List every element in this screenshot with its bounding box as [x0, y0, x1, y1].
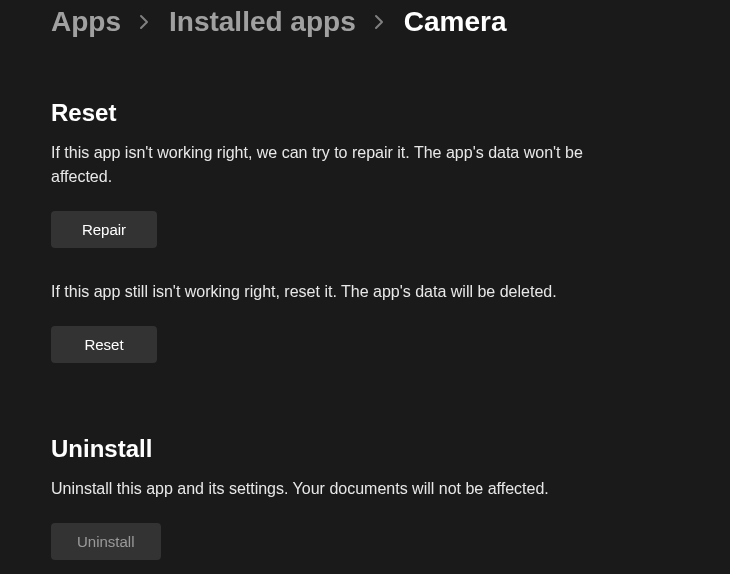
reset-description: If this app still isn't working right, r…: [51, 280, 611, 304]
breadcrumb-current: Camera: [404, 5, 507, 39]
chevron-right-icon: [374, 14, 386, 30]
uninstall-title: Uninstall: [51, 435, 730, 463]
chevron-right-icon: [139, 14, 151, 30]
breadcrumb-apps[interactable]: Apps: [51, 5, 121, 39]
uninstall-section: Uninstall Uninstall this app and its set…: [51, 435, 730, 560]
reset-section: Reset If this app isn't working right, w…: [51, 99, 730, 363]
reset-button[interactable]: Reset: [51, 326, 157, 363]
uninstall-button[interactable]: Uninstall: [51, 523, 161, 560]
reset-title: Reset: [51, 99, 730, 127]
uninstall-description: Uninstall this app and its settings. You…: [51, 477, 611, 501]
breadcrumb-installed-apps[interactable]: Installed apps: [169, 5, 356, 39]
repair-button[interactable]: Repair: [51, 211, 157, 248]
breadcrumb: Apps Installed apps Camera: [51, 5, 730, 39]
repair-description: If this app isn't working right, we can …: [51, 141, 611, 189]
